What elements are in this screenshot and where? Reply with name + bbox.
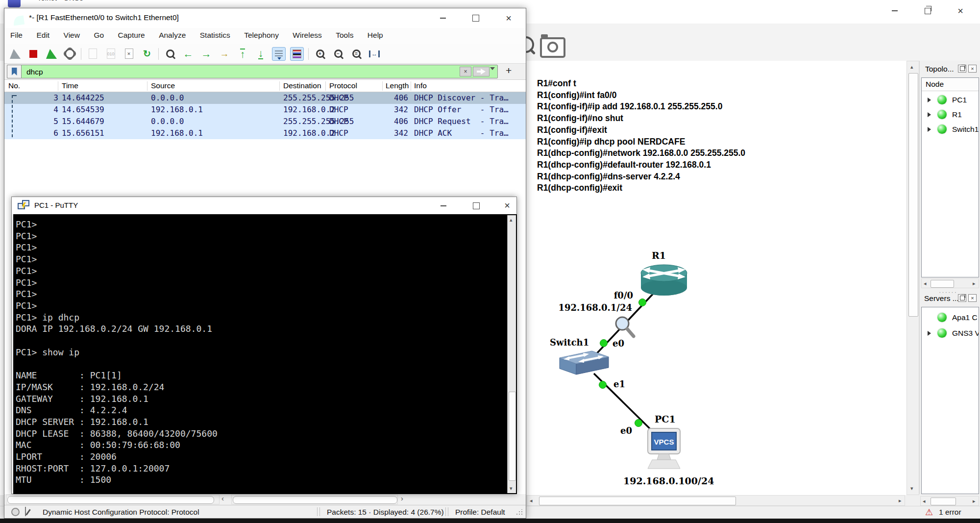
scroll-left-icon[interactable]: ◂ xyxy=(530,498,533,503)
putty-maximize-button[interactable] xyxy=(465,197,488,214)
colorize-packets-icon[interactable] xyxy=(290,47,304,61)
putty-scrollbar[interactable]: ▴ ▾ xyxy=(507,215,516,493)
column-separator[interactable] xyxy=(382,81,383,91)
router-icon[interactable] xyxy=(639,262,688,298)
go-first-packet-icon[interactable]: ↑ xyxy=(236,47,249,61)
expert-info-icon[interactable] xyxy=(11,508,20,516)
reload-file-icon[interactable]: ↻ xyxy=(140,47,154,61)
expand-chevron-icon[interactable] xyxy=(928,127,931,132)
router-label[interactable]: R1 xyxy=(652,250,681,261)
hscroll-thumb[interactable] xyxy=(931,498,956,505)
menu-wireless[interactable]: Wireless xyxy=(287,28,327,43)
menu-edit[interactable]: Edit xyxy=(30,28,55,43)
stop-capture-icon[interactable] xyxy=(26,47,40,61)
tree-item-switch1[interactable]: Switch1 xyxy=(922,123,979,138)
menu-capture[interactable]: Capture xyxy=(112,28,151,43)
col-length[interactable]: Length xyxy=(386,81,409,90)
scroll-left-icon[interactable]: ‹ xyxy=(221,496,224,501)
zoom-in-icon[interactable]: + xyxy=(313,47,327,61)
wireshark-titlebar[interactable]: *- [R1 FastEthernet0/0 to Switch1 Ethern… xyxy=(4,8,526,28)
filter-dropdown-caret[interactable] xyxy=(490,70,495,79)
packet-row[interactable]: 3 14.644225 0.0.0.0 255.255.255.255 DHCP… xyxy=(4,92,526,104)
scroll-up-icon[interactable]: ▴ xyxy=(510,217,513,223)
wireshark-minimize-button[interactable] xyxy=(432,10,454,26)
expand-chevron-icon[interactable] xyxy=(928,98,931,102)
go-to-packet-icon[interactable]: → xyxy=(218,47,231,61)
save-file-icon[interactable]: 010 xyxy=(104,47,118,61)
scroll-down-icon[interactable]: ▾ xyxy=(910,486,913,491)
menu-tools[interactable]: Tools xyxy=(330,28,359,43)
close-file-icon[interactable]: ✕ xyxy=(122,47,136,61)
hscroll-thumb[interactable] xyxy=(7,496,214,504)
col-protocol[interactable]: Protocol xyxy=(329,81,357,90)
gns3-restore-button[interactable] xyxy=(918,2,937,19)
expand-chevron-icon[interactable] xyxy=(928,112,931,117)
find-packet-icon[interactable] xyxy=(163,47,177,61)
go-back-icon[interactable]: ← xyxy=(181,47,195,61)
col-info[interactable]: Info xyxy=(414,81,427,90)
wireshark-maximize-button[interactable] xyxy=(465,10,487,26)
resize-grip[interactable] xyxy=(516,509,523,515)
panel-float-button[interactable] xyxy=(958,294,966,302)
dock-hscrollbar[interactable]: ◂ ▸ xyxy=(920,496,979,506)
zoom-out-icon[interactable]: − xyxy=(331,47,345,61)
gns3-close-button[interactable]: × xyxy=(951,2,970,19)
expand-chevron-icon[interactable] xyxy=(928,331,931,336)
putty-titlebar[interactable]: PC1 - PuTTY × xyxy=(12,197,516,214)
scroll-right-icon[interactable]: ▸ xyxy=(899,498,902,503)
hscroll-thumb[interactable] xyxy=(539,497,736,505)
col-destination[interactable]: Destination xyxy=(283,81,321,90)
column-separator[interactable] xyxy=(325,81,326,91)
switch-label[interactable]: Switch1 xyxy=(550,337,596,348)
menu-statistics[interactable]: Statistics xyxy=(194,28,236,43)
profile-label[interactable]: Profile: Default xyxy=(455,508,505,517)
packet-row[interactable]: 6 15.656151 192.168.0.1 192.168.0.2 DHCP… xyxy=(4,127,526,139)
auto-scroll-icon[interactable] xyxy=(272,47,286,61)
warning-icon[interactable]: ⚠ xyxy=(925,507,933,518)
menu-file[interactable]: File xyxy=(4,28,28,43)
display-filter-input[interactable] xyxy=(25,66,321,78)
menu-analyze[interactable]: Analyze xyxy=(153,28,192,43)
pc-label[interactable]: PC1 xyxy=(655,414,679,424)
gns3-minimize-button[interactable] xyxy=(885,2,905,19)
scroll-right-icon[interactable]: ▸ xyxy=(973,281,976,286)
tree-item-pc1[interactable]: PC1 xyxy=(922,94,979,108)
filter-bookmark-button[interactable] xyxy=(7,65,22,78)
filter-apply-button[interactable] xyxy=(473,67,490,76)
error-count-label[interactable]: 1 error xyxy=(939,508,961,517)
col-time[interactable]: Time xyxy=(62,81,78,90)
scroll-left-icon[interactable]: ◂ xyxy=(923,498,926,504)
tree-item-r1[interactable]: R1 xyxy=(922,108,979,123)
screenshot-camera-icon[interactable] xyxy=(540,37,565,58)
column-separator[interactable] xyxy=(147,81,147,91)
hscroll-thumb[interactable] xyxy=(931,280,954,288)
packet-row[interactable]: 5 15.644679 0.0.0.0 255.255.255.255 DHCP… xyxy=(4,116,526,127)
zoom-reset-icon[interactable]: = xyxy=(349,47,363,61)
packet-row[interactable]: 4 14.654539 192.168.0.1 192.168.0.2 DHCP… xyxy=(4,104,526,116)
col-no[interactable]: No. xyxy=(8,81,20,90)
menu-view[interactable]: View xyxy=(58,28,86,43)
dock-splitter-handle[interactable]: ······ xyxy=(939,290,957,294)
node-column-header[interactable]: Node xyxy=(922,78,979,91)
column-separator[interactable] xyxy=(279,81,280,91)
restart-capture-icon[interactable] xyxy=(45,47,58,61)
filter-clear-button[interactable]: × xyxy=(460,67,471,76)
filter-add-button[interactable]: + xyxy=(506,65,512,76)
menu-go[interactable]: Go xyxy=(88,28,110,43)
vscroll-thumb[interactable] xyxy=(908,73,918,317)
canvas-hscrollbar[interactable]: ◂ ▸ xyxy=(527,495,905,506)
switch-icon[interactable] xyxy=(557,349,612,377)
pc-vpcs-icon[interactable]: VPCS xyxy=(646,427,683,473)
scroll-up-icon[interactable]: ▴ xyxy=(910,64,913,70)
scroll-right-icon[interactable]: › xyxy=(401,496,403,501)
putty-close-button[interactable]: × xyxy=(498,197,516,214)
server-item-gns3vm[interactable]: GNS3 V xyxy=(922,327,979,342)
putty-terminal[interactable]: PC1> PC1> PC1> PC1> PC1> PC1> PC1> PC1> … xyxy=(13,214,517,494)
vscroll-thumb[interactable] xyxy=(509,392,516,481)
start-capture-icon[interactable] xyxy=(8,47,22,61)
open-file-icon[interactable] xyxy=(86,47,99,61)
panel-close-button[interactable]: × xyxy=(968,294,977,302)
panel-float-button[interactable] xyxy=(958,65,966,73)
putty-minimize-button[interactable] xyxy=(432,197,455,214)
wireshark-close-button[interactable]: × xyxy=(497,10,520,26)
